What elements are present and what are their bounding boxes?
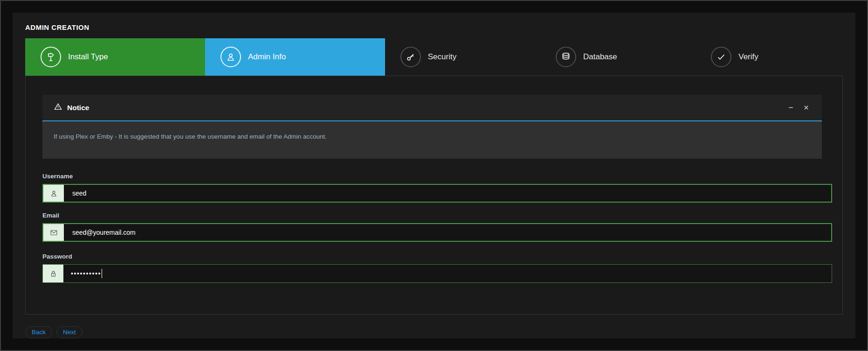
database-icon [556,47,576,67]
username-label: Username [42,173,832,180]
next-button[interactable]: Next [56,326,83,338]
wizard-step-label: Security [428,52,456,62]
signpost-icon [41,47,61,67]
wizard-step-admin-info[interactable]: Admin Info [205,38,385,76]
key-icon [400,47,421,67]
notice-card: Notice If using Plex or Emby - It is sug… [42,95,822,159]
username-input-row [42,184,832,203]
password-label: Password [42,253,832,260]
email-group: Email [42,212,832,242]
step-content-panel: Notice If using Plex or Emby - It is sug… [25,76,843,315]
wizard-footer: Back Next [25,326,843,338]
password-value: •••••••••• [71,270,101,277]
notice-text: If using Plex or Emby - It is suggested … [54,133,811,140]
wizard-step-security[interactable]: Security [385,38,540,76]
wizard-step-database[interactable]: Database [540,38,696,76]
password-input-row: •••••••••• [42,264,832,283]
app-window: ADMIN CREATION Install Type Admin Info S… [0,0,868,351]
password-input[interactable]: •••••••••• [63,265,832,282]
setup-wizard: ADMIN CREATION Install Type Admin Info S… [13,13,855,338]
email-input[interactable] [64,224,831,241]
minimize-icon[interactable] [786,103,795,112]
notice-header: Notice [42,95,822,121]
username-group: Username [42,173,832,203]
username-input[interactable] [64,185,831,202]
wizard-step-install-type[interactable]: Install Type [25,38,205,76]
user-icon [43,185,64,202]
email-label: Email [42,212,832,219]
notice-body: If using Plex or Emby - It is suggested … [42,121,822,159]
warning-icon [54,102,62,113]
notice-title: Notice [67,104,89,112]
close-icon[interactable] [802,103,811,112]
wizard-step-label: Admin Info [248,52,286,62]
wizard-step-label: Database [583,52,617,62]
wizard-step-verify[interactable]: Verify [696,38,843,76]
lock-icon [43,265,63,282]
wizard-step-label: Install Type [68,52,108,62]
envelope-icon [43,224,64,241]
wizard-steps: Install Type Admin Info Security Databas… [25,38,843,76]
password-group: Password •••••••••• [42,253,832,283]
back-button[interactable]: Back [25,326,52,338]
wizard-step-label: Verify [738,52,758,62]
user-icon [220,47,241,67]
text-caret [102,269,102,278]
check-icon [711,47,731,67]
page-title: ADMIN CREATION [25,23,843,31]
email-input-row [42,223,832,242]
